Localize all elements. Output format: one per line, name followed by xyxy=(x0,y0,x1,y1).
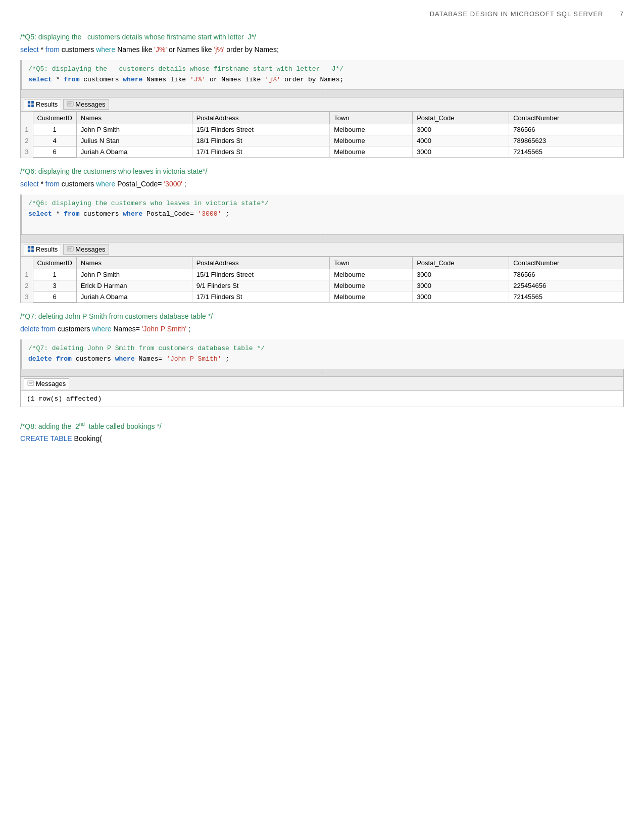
q6-code-block: /*Q6: displaying the customers who leave… xyxy=(20,194,624,234)
q5-code-block: /*Q5: displaying the customers details w… xyxy=(20,60,624,89)
q8-comment: /*Q8: adding the 2nd table called bookin… xyxy=(20,421,624,430)
q5-code-line1: /*Q5: displaying the customers details w… xyxy=(28,64,618,75)
messages-icon2 xyxy=(67,246,74,253)
q5-scrollbar[interactable]: ⁝ xyxy=(20,89,624,97)
q5-results-table: CustomerID Names PostalAddress Town Post… xyxy=(21,112,623,158)
q5-results-table-wrapper: CustomerID Names PostalAddress Town Post… xyxy=(20,112,624,158)
svg-rect-10 xyxy=(31,250,34,252)
q6-row1-num: 1 xyxy=(21,269,33,280)
q7-code-block: /*Q7: deleting John P Smith from custome… xyxy=(20,339,624,369)
q5-row3-contact: 72145565 xyxy=(509,146,623,157)
svg-rect-1 xyxy=(31,101,34,104)
q7-comment: /*Q7: deleting John P Smith from custome… xyxy=(20,312,624,320)
q5-tabs: Results Messages xyxy=(20,97,624,112)
q6-tabs: Results Messages xyxy=(20,242,624,257)
q7-code-line1: /*Q7: deleting John P Smith from custome… xyxy=(28,344,618,354)
q6-row3-id: 6 xyxy=(33,291,76,302)
q5-col-names: Names xyxy=(76,112,192,124)
table-row: 1 1 John P Smith 15/1 Flinders Street Me… xyxy=(21,124,623,135)
q6-row2-address: 9/1 Flinders St xyxy=(192,280,330,291)
q5-row1-contact: 786566 xyxy=(509,124,623,135)
messages-icon3 xyxy=(27,380,34,387)
section-q5: /*Q5: displaying the customers details w… xyxy=(20,33,624,158)
q6-tab-results[interactable]: Results xyxy=(24,244,61,255)
q5-tab-results[interactable]: Results xyxy=(24,99,61,110)
q6-col-names: Names xyxy=(76,257,192,269)
q7-message-content: (1 row(s) affected) xyxy=(20,391,624,407)
q5-row1-town: Melbourne xyxy=(330,124,413,135)
results-grid-icon2 xyxy=(27,246,34,253)
results-grid-icon xyxy=(27,101,34,108)
svg-rect-7 xyxy=(28,246,30,249)
q6-results-table-wrapper: CustomerID Names PostalAddress Town Post… xyxy=(20,257,624,303)
q5-col-postaladdress: PostalAddress xyxy=(192,112,330,124)
table-row: 2 4 Julius N Stan 18/1 Flinders St Melbo… xyxy=(21,135,623,146)
q5-row2-address: 18/1 Flinders St xyxy=(192,135,330,146)
q5-results-label: Results xyxy=(36,101,58,108)
table-row: 1 1 John P Smith 15/1 Flinders Street Me… xyxy=(21,269,623,280)
section-q8: /*Q8: adding the 2nd table called bookin… xyxy=(20,421,624,445)
header-title: DATABASE DESIGN IN MICROSOFT SQL SERVER xyxy=(430,10,604,18)
q5-row3-names: Juriah A Obama xyxy=(76,146,192,157)
q6-col-town: Town xyxy=(330,257,413,269)
svg-rect-3 xyxy=(31,105,34,107)
q6-code-line2: select * from customers where Postal_Cod… xyxy=(28,209,618,220)
q6-results-label: Results xyxy=(36,246,58,253)
q5-row3-postalcode: 3000 xyxy=(413,146,509,157)
q6-row1-names: John P Smith xyxy=(76,269,192,280)
q6-row3-town: Melbourne xyxy=(330,291,413,302)
q5-col-postalcode: Postal_Code xyxy=(413,112,509,124)
q6-code-line1: /*Q6: displaying the customers who leave… xyxy=(28,199,618,209)
q7-code-line2: delete from customers where Names= 'John… xyxy=(28,354,618,365)
q6-tab-messages[interactable]: Messages xyxy=(63,244,109,255)
table-row: 3 6 Juriah A Obama 17/1 Flinders St Melb… xyxy=(21,146,623,157)
q6-row3-num: 3 xyxy=(21,291,33,302)
q5-sql-inline: select * from customers where Names like… xyxy=(20,44,624,55)
q6-col-contactnumber: ContactNumber xyxy=(509,257,623,269)
q6-row3-address: 17/1 Flinders St xyxy=(192,291,330,302)
q5-row1-id: 1 xyxy=(33,124,76,135)
q6-row3-postalcode: 3000 xyxy=(413,291,509,302)
q6-comment: /*Q6: displaying the customers who leave… xyxy=(20,167,624,175)
page-header: DATABASE DESIGN IN MICROSOFT SQL SERVER … xyxy=(20,10,624,18)
q6-scrollbar[interactable]: ⁝ xyxy=(20,234,624,242)
q6-results-table: CustomerID Names PostalAddress Town Post… xyxy=(21,257,623,303)
q5-messages-label: Messages xyxy=(75,101,105,108)
section-q7: /*Q7: deleting John P Smith from custome… xyxy=(20,312,624,407)
q5-col-customerid: CustomerID xyxy=(33,112,76,124)
q6-row1-contact: 786566 xyxy=(509,269,623,280)
q6-code-line3 xyxy=(28,220,618,230)
q5-row3-id: 6 xyxy=(33,146,76,157)
table-row: 2 3 Erick D Harman 9/1 Flinders St Melbo… xyxy=(21,280,623,291)
q7-messages-tab-bar: Messages xyxy=(20,377,624,391)
q5-row1-postalcode: 3000 xyxy=(413,124,509,135)
q7-sql-inline: delete from customers where Names= 'John… xyxy=(20,323,624,334)
q5-row2-postalcode: 4000 xyxy=(413,135,509,146)
q5-tab-messages[interactable]: Messages xyxy=(63,99,109,110)
q6-row3-contact: 72145565 xyxy=(509,291,623,302)
page-number: 7 xyxy=(620,10,624,18)
q5-col-rownum xyxy=(21,112,33,124)
q6-row2-num: 2 xyxy=(21,280,33,291)
messages-icon xyxy=(67,101,74,108)
q6-row2-town: Melbourne xyxy=(330,280,413,291)
q6-row3-names: Juriah A Obama xyxy=(76,291,192,302)
q6-row2-id: 3 xyxy=(33,280,76,291)
q6-row2-contact: 225454656 xyxy=(509,280,623,291)
q5-code-line2: select * from customers where Names like… xyxy=(28,75,618,85)
q5-col-town: Town xyxy=(330,112,413,124)
q6-row1-town: Melbourne xyxy=(330,269,413,280)
q5-row1-num: 1 xyxy=(21,124,33,135)
q6-col-postalcode: Postal_Code xyxy=(413,257,509,269)
q5-comment: /*Q5: displaying the customers details w… xyxy=(20,33,624,41)
q5-row3-town: Melbourne xyxy=(330,146,413,157)
table-row: 3 6 Juriah A Obama 17/1 Flinders St Melb… xyxy=(21,291,623,302)
q7-tab-messages[interactable]: Messages xyxy=(24,378,69,389)
q5-row3-address: 17/1 Flinders St xyxy=(192,146,330,157)
q5-row3-num: 3 xyxy=(21,146,33,157)
q7-scrollbar[interactable]: ⁝ xyxy=(20,369,624,377)
q8-sql-inline: CREATE TABLE Booking( xyxy=(20,433,624,444)
q6-row1-address: 15/1 Flinders Street xyxy=(192,269,330,280)
q5-row2-names: Julius N Stan xyxy=(76,135,192,146)
svg-rect-8 xyxy=(31,246,34,249)
